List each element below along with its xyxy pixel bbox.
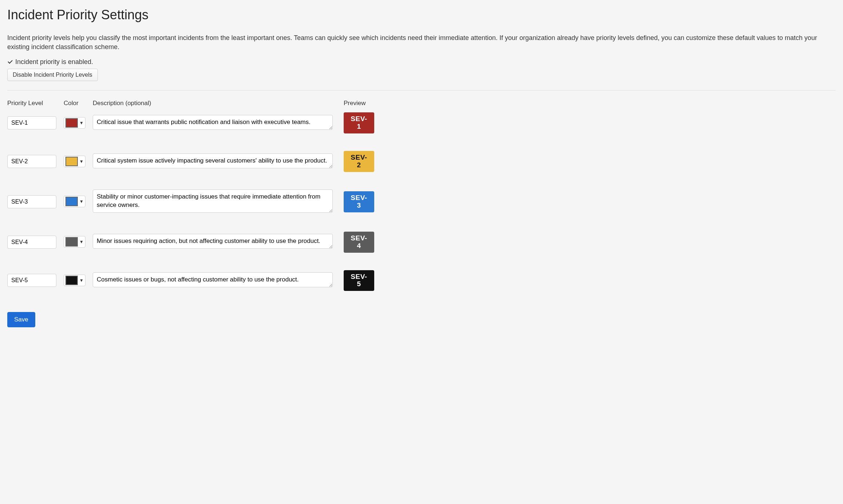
color-picker[interactable]: ▼ <box>64 117 85 129</box>
col-header-level: Priority Level <box>7 100 64 107</box>
priority-row: ▼SEV-5 <box>7 270 836 291</box>
col-header-preview: Preview <box>344 100 376 107</box>
badge-line1: SEV- <box>351 194 367 202</box>
color-picker[interactable]: ▼ <box>64 236 85 248</box>
priority-row: ▼SEV-2 <box>7 151 836 172</box>
col-header-color: Color <box>64 100 93 107</box>
badge-line2: 3 <box>357 202 361 209</box>
priority-description-input[interactable] <box>93 189 333 213</box>
priority-preview-badge: SEV-5 <box>344 270 374 291</box>
priority-preview-badge: SEV-3 <box>344 191 374 212</box>
color-swatch <box>65 118 78 128</box>
columns-header: Priority Level Color Description (option… <box>7 100 836 107</box>
priority-row: ▼SEV-4 <box>7 232 836 253</box>
chevron-down-icon: ▼ <box>79 120 84 125</box>
col-header-description: Description (optional) <box>93 100 336 107</box>
priority-preview-badge: SEV-1 <box>344 112 374 133</box>
badge-line2: 4 <box>357 242 361 250</box>
chevron-down-icon: ▼ <box>79 199 84 204</box>
priority-level-input[interactable] <box>7 116 56 129</box>
color-swatch <box>65 276 78 285</box>
chevron-down-icon: ▼ <box>79 239 84 244</box>
priority-level-input[interactable] <box>7 236 56 249</box>
priority-level-input[interactable] <box>7 155 56 168</box>
priority-preview-badge: SEV-4 <box>344 232 374 253</box>
badge-line1: SEV- <box>351 235 367 242</box>
chevron-down-icon: ▼ <box>79 278 84 283</box>
status-line: Incident priority is enabled. <box>7 58 93 66</box>
badge-line2: 2 <box>357 161 361 169</box>
priority-row: ▼SEV-3 <box>7 189 836 214</box>
badge-line2: 1 <box>357 123 361 131</box>
color-picker[interactable]: ▼ <box>64 196 85 207</box>
status-section: Incident priority is enabled. Disable In… <box>7 58 836 81</box>
color-swatch <box>65 197 78 206</box>
color-picker[interactable]: ▼ <box>64 275 85 286</box>
save-button[interactable]: Save <box>7 312 35 327</box>
disable-priority-button[interactable]: Disable Incident Priority Levels <box>7 69 98 81</box>
status-label: Incident priority is enabled. <box>15 58 93 66</box>
page-title: Incident Priority Settings <box>7 7 836 23</box>
color-picker[interactable]: ▼ <box>64 156 85 167</box>
priority-level-input[interactable] <box>7 274 56 287</box>
badge-line2: 5 <box>357 280 361 288</box>
color-swatch <box>65 237 78 247</box>
priority-description-input[interactable] <box>93 234 333 249</box>
section-divider <box>7 90 836 91</box>
badge-line1: SEV- <box>351 115 367 123</box>
badge-line1: SEV- <box>351 273 367 281</box>
priority-preview-badge: SEV-2 <box>344 151 374 172</box>
priority-description-input[interactable] <box>93 115 333 130</box>
priority-row: ▼SEV-1 <box>7 112 836 133</box>
check-icon <box>7 59 13 65</box>
badge-line1: SEV- <box>351 154 367 161</box>
priority-description-input[interactable] <box>93 272 333 287</box>
color-swatch <box>65 157 78 166</box>
chevron-down-icon: ▼ <box>79 159 84 164</box>
priority-description-input[interactable] <box>93 153 333 168</box>
intro-text: Incident priority levels help you classi… <box>7 33 836 52</box>
priority-level-input[interactable] <box>7 195 56 208</box>
